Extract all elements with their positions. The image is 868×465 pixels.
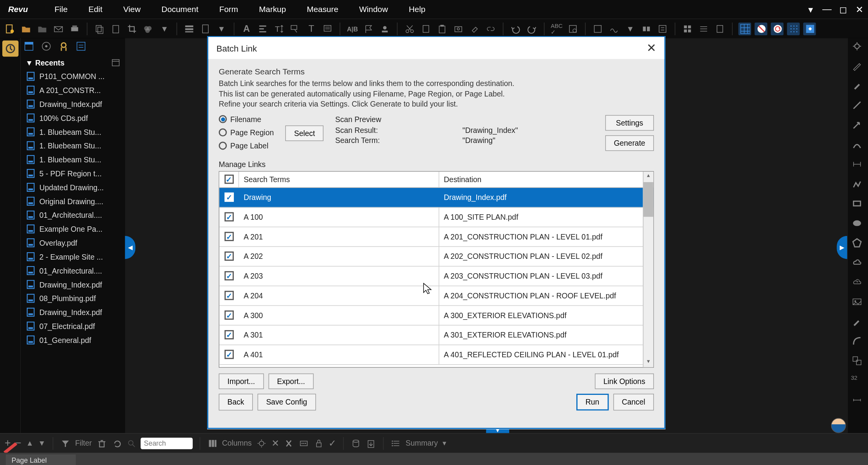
mail-icon[interactable] [52, 22, 65, 35]
table-row[interactable]: ✓ A 204 A 204_CONSTRUCTION PLAN - ROOF L… [219, 286, 653, 306]
recent-item[interactable]: Drawing_Index.pdf [23, 305, 123, 319]
row-checkbox[interactable]: ✓ [225, 330, 234, 339]
count-icon[interactable]: 32 [851, 375, 865, 389]
menu-help[interactable]: Help [398, 5, 436, 14]
recent-icon[interactable] [75, 40, 89, 54]
cancel-button[interactable]: Cancel [613, 394, 654, 410]
link-tool-icon[interactable] [484, 22, 497, 35]
flag-icon[interactable] [362, 22, 375, 35]
row-checkbox[interactable]: ✓ [225, 350, 234, 359]
dotgrid-icon[interactable] [787, 22, 800, 35]
redo-icon[interactable] [526, 22, 538, 35]
x-icon[interactable]: ✕ [271, 437, 279, 448]
search-input[interactable] [140, 437, 192, 449]
image-tool-icon[interactable] [851, 296, 865, 310]
clipboard-icon[interactable] [436, 22, 448, 35]
recent-item[interactable]: P101_COMMON ... [23, 69, 123, 83]
dropdown-icon-3[interactable]: ▾ [624, 22, 636, 35]
table-scrollbar[interactable]: ▴ ▾ [643, 172, 654, 367]
brush-icon[interactable] [851, 316, 865, 330]
row-checkbox[interactable]: ✓ [225, 232, 234, 241]
polyline-icon[interactable] [851, 178, 865, 192]
form-icon[interactable] [591, 22, 604, 35]
dropdown-bottom-icon[interactable]: ▾ [443, 439, 446, 447]
recent-item[interactable]: 01_General.pdf [23, 333, 123, 347]
user-avatar[interactable] [831, 418, 846, 433]
recent-item[interactable]: 01_Architectural.... [23, 264, 123, 277]
import-button[interactable]: Import... [219, 373, 264, 389]
row-checkbox[interactable]: ✓ [225, 193, 234, 202]
paste-doc-icon[interactable] [420, 22, 432, 35]
expand-left-handle[interactable]: ◂ [125, 236, 135, 259]
dropdown-toolbar-icon[interactable]: ▾ [158, 22, 171, 35]
explorer-icon[interactable] [23, 40, 37, 54]
dropdown-icon[interactable]: ▾ [806, 4, 816, 14]
note-icon[interactable] [321, 22, 334, 35]
file-access-icon[interactable] [2, 40, 18, 57]
menu-file[interactable]: File [44, 5, 78, 14]
recent-item[interactable]: 100% CDs.pdf [23, 111, 123, 125]
recent-item[interactable]: Original Drawing.... [23, 194, 123, 208]
db-icon[interactable] [351, 438, 361, 448]
table-row[interactable]: ✓ A 203 A 203_CONSTRUCTION PLAN - LEVEL … [219, 266, 653, 286]
save-config-button[interactable]: Save Config [258, 394, 316, 410]
list-icon[interactable] [391, 438, 401, 448]
recent-item[interactable]: 08_Plumbing.pdf [23, 291, 123, 305]
highlighter-icon[interactable] [851, 80, 865, 94]
recent-item[interactable]: 2 - Example Site ... [23, 250, 123, 264]
back-button[interactable]: Back [219, 394, 253, 410]
recent-item[interactable]: 1. Bluebeam Stu... [23, 125, 123, 139]
col-destination[interactable]: Destination [439, 172, 653, 187]
red-pen-icon[interactable] [2, 441, 20, 453]
table-row[interactable]: ✓ A 202 A 202_CONSTRUCTION PLAN - LEVEL … [219, 247, 653, 267]
radio-page-label[interactable] [219, 142, 227, 150]
text-t-icon[interactable]: T [305, 22, 318, 35]
recent-item[interactable]: 1. Bluebeam Stu... [23, 153, 123, 167]
page-label-tab[interactable]: Page Label [6, 455, 76, 465]
manage-gear-icon[interactable] [256, 438, 267, 448]
crop-icon[interactable] [126, 22, 138, 35]
maximize-icon[interactable]: ◻ [838, 4, 848, 14]
no-entry-icon[interactable] [755, 22, 768, 35]
minimize-icon[interactable]: — [822, 4, 832, 14]
table-row[interactable]: ✓ A 300 A 300_EXTERIOR ELEVATIONS.pdf [219, 306, 653, 326]
grid2-icon[interactable] [681, 22, 694, 35]
cloud-plus-icon[interactable]: + [851, 276, 865, 290]
eraser-icon[interactable] [468, 22, 481, 35]
col-search-terms[interactable]: Search Terms [239, 172, 439, 187]
callout-icon[interactable] [289, 22, 302, 35]
table-row[interactable]: ✓ A 401 A 401_REFLECTED CEILING PLAN - L… [219, 345, 653, 365]
recent-item[interactable]: 07_Electrical.pdf [23, 319, 123, 333]
arc-tool-icon[interactable] [851, 139, 865, 153]
radio-filename[interactable] [219, 115, 227, 123]
recent-item[interactable]: Overlay.pdf [23, 236, 123, 250]
row-checkbox[interactable]: ✓ [225, 291, 234, 300]
recent-item[interactable]: Updated Drawing... [23, 181, 123, 195]
paste-icon[interactable] [109, 22, 122, 35]
link-options-button[interactable]: Link Options [595, 373, 654, 389]
recent-item[interactable]: Drawing_Index.pdf [23, 97, 123, 111]
merge-icon[interactable] [284, 438, 294, 448]
menu-window[interactable]: Window [349, 5, 398, 14]
dimension-icon[interactable] [851, 158, 865, 172]
menu-document[interactable]: Document [151, 5, 209, 14]
headers-icon[interactable] [183, 22, 195, 35]
color-icon[interactable] [142, 22, 155, 35]
lock-icon[interactable] [314, 438, 324, 448]
print-icon[interactable] [68, 22, 81, 35]
menu-form[interactable]: Form [209, 5, 248, 14]
compare-icon[interactable]: A|B [346, 22, 359, 35]
row-checkbox[interactable]: ✓ [225, 310, 234, 320]
trash-icon[interactable] [97, 438, 107, 448]
status-icon[interactable] [299, 438, 309, 448]
grid-blue-icon[interactable] [738, 22, 751, 35]
table-row[interactable]: ✓ A 301 A 301_EXTERIOR ELEVATIONS.pdf [219, 325, 653, 345]
spellcheck-icon[interactable]: ABC✓ [550, 22, 563, 35]
gear-side-icon[interactable] [851, 40, 865, 54]
ellipse-tool-icon[interactable] [851, 217, 865, 231]
run-button[interactable]: Run [576, 394, 609, 410]
row-checkbox[interactable]: ✓ [225, 251, 234, 261]
copy-icon[interactable] [93, 22, 106, 35]
recent-item[interactable]: A 201_CONSTR... [23, 83, 123, 97]
page-icon[interactable] [199, 22, 212, 35]
